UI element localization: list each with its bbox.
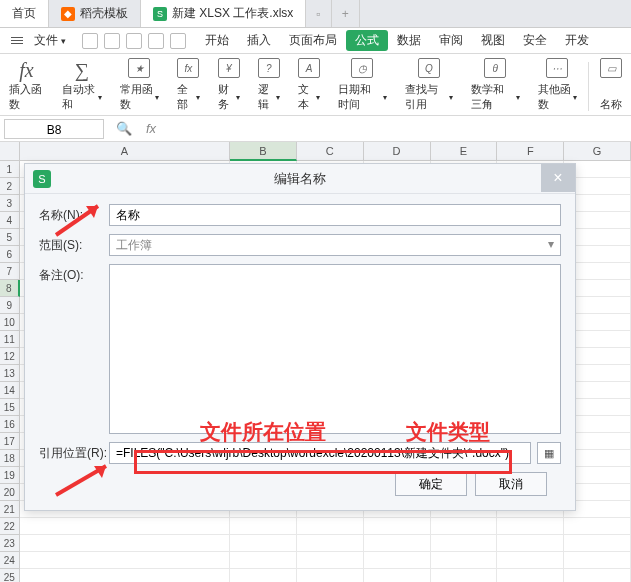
row-header[interactable]: 16	[0, 416, 20, 433]
search-icon[interactable]: 🔍	[116, 121, 132, 136]
select-all-corner[interactable]	[0, 142, 20, 161]
col-header[interactable]: C	[297, 142, 364, 161]
cell[interactable]	[20, 552, 230, 569]
cell[interactable]	[297, 518, 364, 535]
row-header[interactable]: 20	[0, 484, 20, 501]
cell[interactable]	[431, 535, 498, 552]
ribbon-math[interactable]: θ数学和三角▾	[462, 58, 528, 115]
qa-save-icon[interactable]	[82, 33, 98, 49]
cell[interactable]	[431, 518, 498, 535]
row-header[interactable]: 13	[0, 365, 20, 382]
ribbon-other[interactable]: ⋯其他函数▾	[529, 58, 587, 115]
cell[interactable]	[364, 569, 431, 582]
ribbon-autosum[interactable]: ∑自动求和▾	[53, 58, 111, 115]
qa-preview-icon[interactable]	[126, 33, 142, 49]
row-header[interactable]: 18	[0, 450, 20, 467]
col-header[interactable]: D	[364, 142, 431, 161]
row-header[interactable]: 12	[0, 348, 20, 365]
cell[interactable]	[297, 535, 364, 552]
row-header[interactable]: 7	[0, 263, 20, 280]
cell[interactable]	[20, 535, 230, 552]
tab-home[interactable]: 首页	[0, 0, 49, 27]
row-header[interactable]: 23	[0, 535, 20, 552]
ribbon-all[interactable]: fx全部▾	[168, 58, 208, 115]
cell[interactable]	[497, 518, 564, 535]
row-header[interactable]: 4	[0, 212, 20, 229]
row-header[interactable]: 19	[0, 467, 20, 484]
tab-add[interactable]: +	[332, 0, 360, 27]
menu-review[interactable]: 审阅	[430, 32, 472, 49]
col-header[interactable]: B	[230, 142, 297, 161]
cell[interactable]	[564, 552, 631, 569]
col-header[interactable]: A	[20, 142, 230, 161]
ribbon-datetime[interactable]: ◷日期和时间▾	[329, 58, 395, 115]
note-textarea[interactable]	[109, 264, 561, 434]
ribbon-text[interactable]: A文本▾	[289, 58, 329, 115]
qa-redo-icon[interactable]	[170, 33, 186, 49]
scope-select[interactable]: 工作簿	[109, 234, 561, 256]
menu-insert[interactable]: 插入	[238, 32, 280, 49]
row-header[interactable]: 10	[0, 314, 20, 331]
ref-picker-button[interactable]: ▦	[537, 442, 561, 464]
cancel-button[interactable]: 取消	[475, 472, 547, 496]
cell[interactable]	[297, 569, 364, 582]
row-header[interactable]: 24	[0, 552, 20, 569]
menu-start[interactable]: 开始	[196, 32, 238, 49]
hamburger-icon[interactable]	[6, 32, 28, 50]
tab-template[interactable]: ◆稻壳模板	[49, 0, 141, 27]
cell[interactable]	[20, 569, 230, 582]
menu-layout[interactable]: 页面布局	[280, 32, 346, 49]
cell[interactable]	[297, 552, 364, 569]
row-header[interactable]: 9	[0, 297, 20, 314]
ribbon-logic[interactable]: ?逻辑▾	[249, 58, 289, 115]
cell[interactable]	[230, 552, 297, 569]
cell[interactable]	[364, 535, 431, 552]
menu-view[interactable]: 视图	[472, 32, 514, 49]
name-box[interactable]: B8	[4, 119, 104, 139]
cell[interactable]	[497, 552, 564, 569]
qa-undo-icon[interactable]	[148, 33, 164, 49]
col-header[interactable]: E	[431, 142, 498, 161]
cell[interactable]	[230, 535, 297, 552]
row-header[interactable]: 25	[0, 569, 20, 582]
cell[interactable]	[431, 569, 498, 582]
tab-file[interactable]: S新建 XLSX 工作表.xlsx	[141, 0, 306, 27]
name-input[interactable]	[109, 204, 561, 226]
row-header[interactable]: 15	[0, 399, 20, 416]
row-header[interactable]: 6	[0, 246, 20, 263]
qa-print-icon[interactable]	[104, 33, 120, 49]
row-header[interactable]: 14	[0, 382, 20, 399]
row-header[interactable]: 1	[0, 161, 20, 178]
cell[interactable]	[564, 518, 631, 535]
tab-menu[interactable]: ▫	[306, 0, 331, 27]
ribbon-names[interactable]: ▭名称	[591, 58, 631, 115]
col-header[interactable]: G	[564, 142, 631, 161]
cell[interactable]	[230, 569, 297, 582]
row-header[interactable]: 11	[0, 331, 20, 348]
row-header[interactable]: 22	[0, 518, 20, 535]
row-header[interactable]: 2	[0, 178, 20, 195]
row-header[interactable]: 5	[0, 229, 20, 246]
fx-icon[interactable]: fx	[146, 121, 156, 136]
ribbon-insert-fn[interactable]: fx插入函数	[0, 58, 53, 115]
cell[interactable]	[497, 535, 564, 552]
menu-security[interactable]: 安全	[514, 32, 556, 49]
ref-input[interactable]	[109, 442, 531, 464]
close-button[interactable]: ×	[541, 164, 575, 192]
cell[interactable]	[20, 518, 230, 535]
row-header[interactable]: 17	[0, 433, 20, 450]
row-header[interactable]: 8	[0, 280, 20, 297]
menu-formula[interactable]: 公式	[346, 30, 388, 51]
cell[interactable]	[431, 552, 498, 569]
menu-data[interactable]: 数据	[388, 32, 430, 49]
ribbon-finance[interactable]: ¥财务▾	[209, 58, 249, 115]
ok-button[interactable]: 确定	[395, 472, 467, 496]
ribbon-lookup[interactable]: Q查找与引用▾	[396, 58, 462, 115]
ribbon-common[interactable]: ★常用函数▾	[111, 58, 169, 115]
dialog-titlebar[interactable]: S 编辑名称 ×	[25, 164, 575, 194]
menu-file[interactable]: 文件▾	[28, 32, 72, 49]
cell[interactable]	[564, 569, 631, 582]
cell[interactable]	[230, 518, 297, 535]
row-header[interactable]: 3	[0, 195, 20, 212]
row-header[interactable]: 21	[0, 501, 20, 518]
